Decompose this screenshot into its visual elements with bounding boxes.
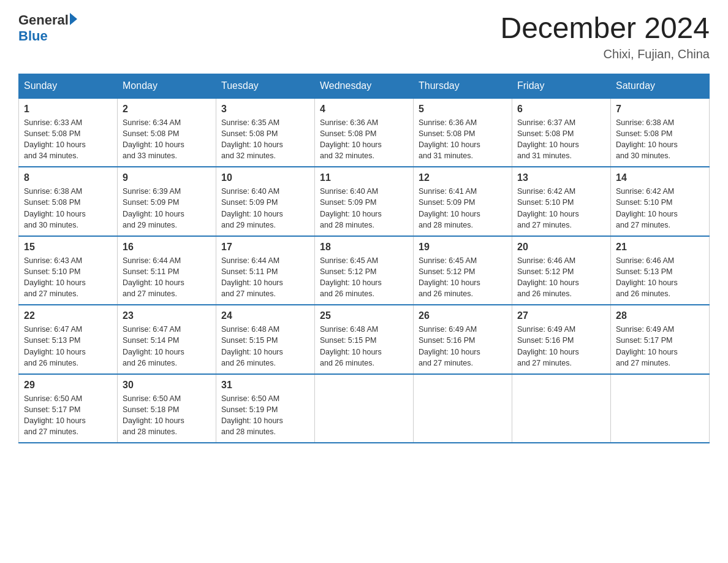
- table-row: 25 Sunrise: 6:48 AM Sunset: 5:15 PM Dayl…: [315, 305, 414, 374]
- day-detail: Sunrise: 6:46 AM Sunset: 5:12 PM Dayligh…: [517, 255, 605, 300]
- day-number: 11: [320, 172, 408, 183]
- logo-triangle-icon: [70, 13, 77, 25]
- day-detail: Sunrise: 6:43 AM Sunset: 5:10 PM Dayligh…: [24, 255, 112, 300]
- table-row: 31 Sunrise: 6:50 AM Sunset: 5:19 PM Dayl…: [216, 374, 315, 443]
- table-row: 17 Sunrise: 6:44 AM Sunset: 5:11 PM Dayl…: [216, 236, 315, 305]
- day-number: 28: [616, 310, 704, 321]
- day-number: 14: [616, 172, 704, 183]
- table-row: 16 Sunrise: 6:44 AM Sunset: 5:11 PM Dayl…: [118, 236, 216, 305]
- day-number: 23: [123, 310, 211, 321]
- location: Chixi, Fujian, China: [500, 47, 710, 61]
- day-number: 10: [221, 172, 309, 183]
- table-row: 5 Sunrise: 6:36 AM Sunset: 5:08 PM Dayli…: [414, 98, 512, 167]
- day-detail: Sunrise: 6:49 AM Sunset: 5:16 PM Dayligh…: [517, 324, 605, 369]
- day-detail: Sunrise: 6:49 AM Sunset: 5:16 PM Dayligh…: [419, 324, 507, 369]
- day-detail: Sunrise: 6:44 AM Sunset: 5:11 PM Dayligh…: [123, 255, 211, 300]
- table-row: [512, 374, 611, 443]
- day-detail: Sunrise: 6:40 AM Sunset: 5:09 PM Dayligh…: [221, 186, 309, 231]
- day-number: 13: [517, 172, 605, 183]
- col-wednesday: Wednesday: [315, 74, 414, 98]
- table-row: [611, 374, 710, 443]
- day-detail: Sunrise: 6:48 AM Sunset: 5:15 PM Dayligh…: [221, 324, 309, 369]
- day-detail: Sunrise: 6:40 AM Sunset: 5:09 PM Dayligh…: [320, 186, 408, 231]
- day-number: 20: [517, 242, 605, 253]
- table-row: 29 Sunrise: 6:50 AM Sunset: 5:17 PM Dayl…: [19, 374, 118, 443]
- day-number: 22: [24, 310, 112, 321]
- month-title: December 2024: [500, 12, 710, 45]
- calendar-table: Sunday Monday Tuesday Wednesday Thursday…: [18, 74, 710, 444]
- day-number: 12: [419, 172, 507, 183]
- day-detail: Sunrise: 6:34 AM Sunset: 5:08 PM Dayligh…: [123, 117, 211, 162]
- calendar-week-1: 1 Sunrise: 6:33 AM Sunset: 5:08 PM Dayli…: [19, 98, 710, 167]
- day-number: 19: [419, 242, 507, 253]
- day-detail: Sunrise: 6:47 AM Sunset: 5:13 PM Dayligh…: [24, 324, 112, 369]
- day-number: 24: [221, 310, 309, 321]
- table-row: 11 Sunrise: 6:40 AM Sunset: 5:09 PM Dayl…: [315, 167, 414, 236]
- title-block: December 2024 Chixi, Fujian, China: [500, 12, 710, 61]
- day-number: 17: [221, 242, 309, 253]
- table-row: 12 Sunrise: 6:41 AM Sunset: 5:09 PM Dayl…: [414, 167, 512, 236]
- day-detail: Sunrise: 6:38 AM Sunset: 5:08 PM Dayligh…: [616, 117, 704, 162]
- day-detail: Sunrise: 6:36 AM Sunset: 5:08 PM Dayligh…: [320, 117, 408, 162]
- day-detail: Sunrise: 6:46 AM Sunset: 5:13 PM Dayligh…: [616, 255, 704, 300]
- table-row: 10 Sunrise: 6:40 AM Sunset: 5:09 PM Dayl…: [216, 167, 315, 236]
- table-row: 30 Sunrise: 6:50 AM Sunset: 5:18 PM Dayl…: [118, 374, 216, 443]
- day-number: 1: [24, 104, 112, 115]
- day-detail: Sunrise: 6:35 AM Sunset: 5:08 PM Dayligh…: [221, 117, 309, 162]
- logo-text-general: General: [18, 12, 69, 28]
- day-detail: Sunrise: 6:50 AM Sunset: 5:19 PM Dayligh…: [221, 393, 309, 438]
- table-row: [315, 374, 414, 443]
- day-number: 5: [419, 104, 507, 115]
- day-detail: Sunrise: 6:39 AM Sunset: 5:09 PM Dayligh…: [123, 186, 211, 231]
- calendar-week-3: 15 Sunrise: 6:43 AM Sunset: 5:10 PM Dayl…: [19, 236, 710, 305]
- day-detail: Sunrise: 6:36 AM Sunset: 5:08 PM Dayligh…: [419, 117, 507, 162]
- table-row: 15 Sunrise: 6:43 AM Sunset: 5:10 PM Dayl…: [19, 236, 118, 305]
- col-thursday: Thursday: [414, 74, 512, 98]
- day-number: 15: [24, 242, 112, 253]
- table-row: 7 Sunrise: 6:38 AM Sunset: 5:08 PM Dayli…: [611, 98, 710, 167]
- day-detail: Sunrise: 6:42 AM Sunset: 5:10 PM Dayligh…: [616, 186, 704, 231]
- table-row: 22 Sunrise: 6:47 AM Sunset: 5:13 PM Dayl…: [19, 305, 118, 374]
- day-detail: Sunrise: 6:50 AM Sunset: 5:18 PM Dayligh…: [123, 393, 211, 438]
- table-row: 27 Sunrise: 6:49 AM Sunset: 5:16 PM Dayl…: [512, 305, 611, 374]
- col-friday: Friday: [512, 74, 611, 98]
- page-header: General Blue December 2024 Chixi, Fujian…: [18, 12, 710, 61]
- day-number: 9: [123, 172, 211, 183]
- col-sunday: Sunday: [19, 74, 118, 98]
- day-detail: Sunrise: 6:45 AM Sunset: 5:12 PM Dayligh…: [419, 255, 507, 300]
- logo: General Blue: [18, 12, 77, 45]
- table-row: 19 Sunrise: 6:45 AM Sunset: 5:12 PM Dayl…: [414, 236, 512, 305]
- table-row: 4 Sunrise: 6:36 AM Sunset: 5:08 PM Dayli…: [315, 98, 414, 167]
- day-detail: Sunrise: 6:48 AM Sunset: 5:15 PM Dayligh…: [320, 324, 408, 369]
- table-row: 9 Sunrise: 6:39 AM Sunset: 5:09 PM Dayli…: [118, 167, 216, 236]
- day-number: 16: [123, 242, 211, 253]
- day-number: 25: [320, 310, 408, 321]
- day-detail: Sunrise: 6:50 AM Sunset: 5:17 PM Dayligh…: [24, 393, 112, 438]
- day-number: 29: [24, 380, 112, 391]
- table-row: 13 Sunrise: 6:42 AM Sunset: 5:10 PM Dayl…: [512, 167, 611, 236]
- table-row: 14 Sunrise: 6:42 AM Sunset: 5:10 PM Dayl…: [611, 167, 710, 236]
- day-number: 26: [419, 310, 507, 321]
- day-number: 8: [24, 172, 112, 183]
- table-row: 8 Sunrise: 6:38 AM Sunset: 5:08 PM Dayli…: [19, 167, 118, 236]
- day-detail: Sunrise: 6:42 AM Sunset: 5:10 PM Dayligh…: [517, 186, 605, 231]
- day-detail: Sunrise: 6:47 AM Sunset: 5:14 PM Dayligh…: [123, 324, 211, 369]
- calendar-week-2: 8 Sunrise: 6:38 AM Sunset: 5:08 PM Dayli…: [19, 167, 710, 236]
- day-detail: Sunrise: 6:37 AM Sunset: 5:08 PM Dayligh…: [517, 117, 605, 162]
- calendar-week-4: 22 Sunrise: 6:47 AM Sunset: 5:13 PM Dayl…: [19, 305, 710, 374]
- table-row: 1 Sunrise: 6:33 AM Sunset: 5:08 PM Dayli…: [19, 98, 118, 167]
- table-row: 18 Sunrise: 6:45 AM Sunset: 5:12 PM Dayl…: [315, 236, 414, 305]
- header-row: Sunday Monday Tuesday Wednesday Thursday…: [19, 74, 710, 98]
- table-row: 28 Sunrise: 6:49 AM Sunset: 5:17 PM Dayl…: [611, 305, 710, 374]
- day-detail: Sunrise: 6:33 AM Sunset: 5:08 PM Dayligh…: [24, 117, 112, 162]
- table-row: 20 Sunrise: 6:46 AM Sunset: 5:12 PM Dayl…: [512, 236, 611, 305]
- day-number: 6: [517, 104, 605, 115]
- day-number: 7: [616, 104, 704, 115]
- table-row: 23 Sunrise: 6:47 AM Sunset: 5:14 PM Dayl…: [118, 305, 216, 374]
- table-row: 26 Sunrise: 6:49 AM Sunset: 5:16 PM Dayl…: [414, 305, 512, 374]
- day-number: 27: [517, 310, 605, 321]
- day-number: 30: [123, 380, 211, 391]
- day-number: 3: [221, 104, 309, 115]
- table-row: 3 Sunrise: 6:35 AM Sunset: 5:08 PM Dayli…: [216, 98, 315, 167]
- day-number: 4: [320, 104, 408, 115]
